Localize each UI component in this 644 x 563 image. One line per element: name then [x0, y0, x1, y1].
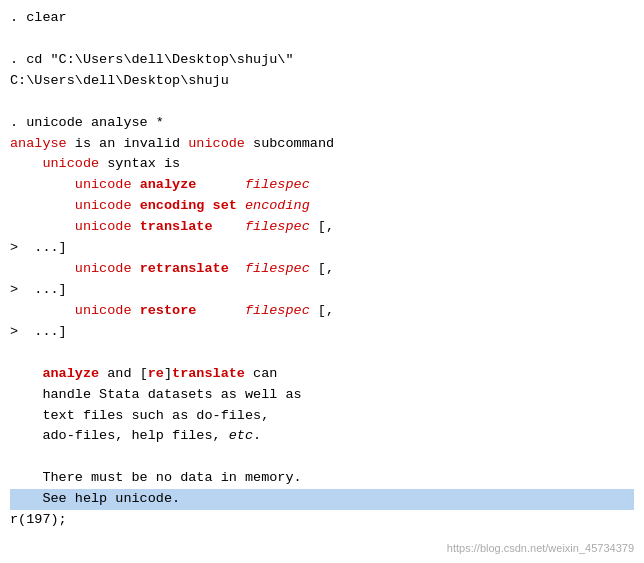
- line-encoding: unicode encoding set encoding: [10, 196, 634, 217]
- text-filespec2: filespec: [245, 219, 310, 234]
- line-note2-highlighted: See help unicode.: [10, 489, 634, 510]
- text-restore: restore: [132, 303, 197, 318]
- line-error: analyse is an invalid unicode subcommand: [10, 134, 634, 155]
- text-re: re: [148, 366, 164, 381]
- terminal-window: . clear . cd "C:\Users\dell\Desktop\shuj…: [0, 0, 644, 563]
- text-filespec1: filespec: [245, 177, 310, 192]
- line-ellipsis3: > ...]: [10, 322, 634, 343]
- text-analyze: analyze: [132, 177, 197, 192]
- line-restore: unicode restore filespec [,: [10, 301, 634, 322]
- line-analyze: unicode analyze filespec: [10, 175, 634, 196]
- line-syntax: unicode syntax is: [10, 154, 634, 175]
- line-empty1: [10, 29, 634, 50]
- line-desc3: text files such as do-files,: [10, 406, 634, 427]
- text-unicode2: unicode: [42, 156, 99, 171]
- text-encoding-set: encoding set: [132, 198, 237, 213]
- text-unicode5: unicode: [75, 219, 132, 234]
- line-desc2: handle Stata datasets as well as: [10, 385, 634, 406]
- line-ellipsis2: > ...]: [10, 280, 634, 301]
- text-etc: etc: [229, 428, 253, 443]
- text-unicode1: unicode: [188, 136, 245, 151]
- text-translate2: translate: [172, 366, 245, 381]
- text-retranslate: retranslate: [132, 261, 229, 276]
- line-retranslate: unicode retranslate filespec [,: [10, 259, 634, 280]
- text-unicode6: unicode: [75, 261, 132, 276]
- text-unicode7: unicode: [75, 303, 132, 318]
- text-analyze2: analyze: [42, 366, 99, 381]
- line-desc4: ado-files, help files, etc.: [10, 426, 634, 447]
- line-r197: r(197);: [10, 510, 634, 531]
- text-translate: translate: [132, 219, 213, 234]
- line-clear: . clear: [10, 8, 634, 29]
- line-cd-result: C:\Users\dell\Desktop\shuju: [10, 71, 634, 92]
- line-desc1: analyze and [re]translate can: [10, 364, 634, 385]
- line-note1: There must be no data in memory.: [10, 468, 634, 489]
- text-analyse: analyse: [10, 136, 67, 151]
- text-filespec4: filespec: [245, 303, 310, 318]
- line-empty4: [10, 447, 634, 468]
- text-encoding: encoding: [245, 198, 310, 213]
- line-translate: unicode translate filespec [,: [10, 217, 634, 238]
- line-empty2: [10, 92, 634, 113]
- text-unicode4: unicode: [75, 198, 132, 213]
- line-empty3: [10, 343, 634, 364]
- line-cd-command: . cd "C:\Users\dell\Desktop\shuju\": [10, 50, 634, 71]
- text-filespec3: filespec: [245, 261, 310, 276]
- line-ellipsis1: > ...]: [10, 238, 634, 259]
- text-unicode3: unicode: [75, 177, 132, 192]
- watermark: https://blog.csdn.net/weixin_45734379: [447, 540, 634, 557]
- line-unicode-analyse: . unicode analyse *: [10, 113, 634, 134]
